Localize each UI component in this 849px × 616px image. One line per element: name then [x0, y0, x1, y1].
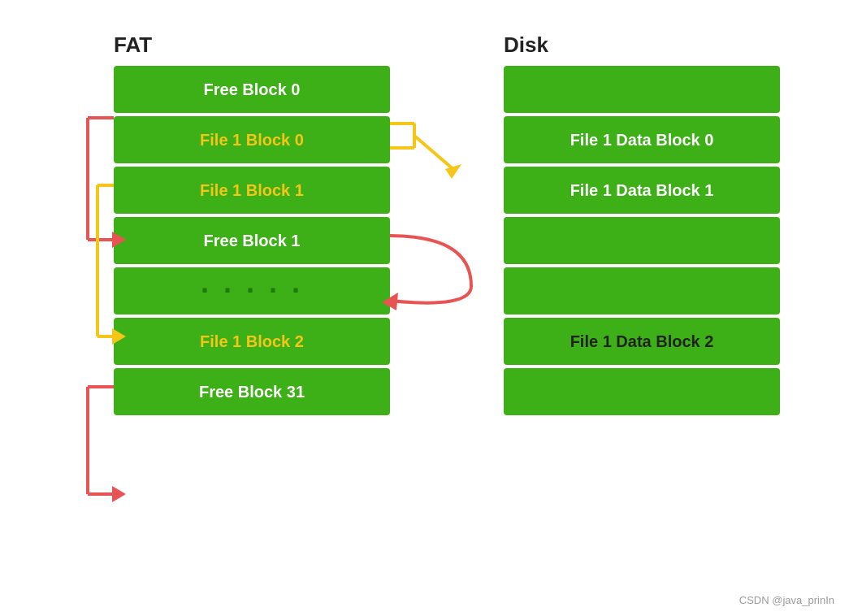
fat-block-2: File 1 Block 1 — [114, 167, 390, 214]
fat-section: FAT Free Block 0 File 1 Block 0 File 1 B… — [114, 33, 390, 415]
watermark: CSDN @java_prinIn — [739, 594, 834, 606]
svg-marker-7 — [112, 486, 126, 502]
disk-title: Disk — [504, 33, 780, 58]
fat-title: FAT — [114, 33, 390, 58]
disk-block-6 — [504, 368, 780, 415]
disk-block-1: File 1 Data Block 0 — [504, 116, 780, 163]
fat-block-0: Free Block 0 — [114, 66, 390, 113]
main-container: FAT Free Block 0 File 1 Block 0 File 1 B… — [0, 0, 849, 616]
fat-blocks: Free Block 0 File 1 Block 0 File 1 Block… — [114, 66, 390, 415]
disk-block-2: File 1 Data Block 1 — [504, 167, 780, 214]
fat-block-1: File 1 Block 0 — [114, 116, 390, 163]
disk-block-3 — [504, 217, 780, 264]
fat-block-6: Free Block 31 — [114, 368, 390, 415]
disk-block-4 — [504, 267, 780, 315]
fat-block-5: File 1 Block 2 — [114, 318, 390, 365]
yellow-right-arrow — [390, 124, 461, 179]
svg-marker-16 — [445, 164, 461, 179]
fat-block-3: Free Block 1 — [114, 217, 390, 264]
fat-block-dots: · · · · · — [114, 267, 390, 315]
disk-blocks: File 1 Data Block 0 File 1 Data Block 1 … — [504, 66, 780, 415]
svg-line-15 — [414, 136, 455, 171]
disk-section: Disk File 1 Data Block 0 File 1 Data Blo… — [504, 33, 780, 415]
pink-free-arrow — [382, 236, 471, 310]
disk-block-5: File 1 Data Block 2 — [504, 318, 780, 365]
disk-block-0 — [504, 66, 780, 113]
